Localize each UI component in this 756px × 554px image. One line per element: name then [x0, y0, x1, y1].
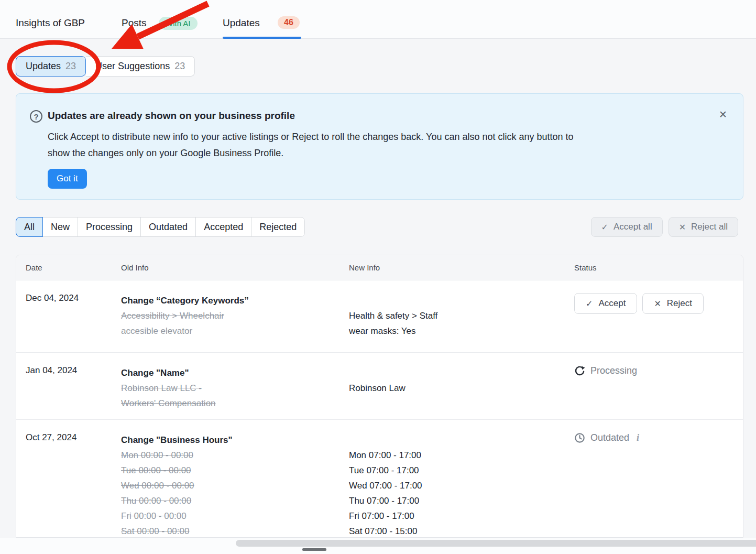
new-info-line: wear masks: Yes	[349, 323, 558, 339]
filter-all[interactable]: All	[16, 217, 43, 237]
subtab-updates-count: 23	[65, 61, 76, 72]
help-circle-icon: ?	[30, 110, 42, 123]
filter-processing[interactable]: Processing	[78, 217, 141, 237]
new-info-line: Wed 07:00 - 17:00	[349, 478, 558, 493]
old-info-line: accesible elevator	[121, 323, 341, 339]
old-info-line: Thu 00:00 - 00:00	[121, 493, 341, 508]
horizontal-scrollbar-thumb[interactable]	[236, 540, 756, 547]
subtab-suggestions-label: User Suggestions	[95, 61, 170, 72]
change-title: Change “Category Keywords”	[121, 293, 341, 308]
gbp-updates-page: Insights of GBP Posts With AI Updates 46…	[0, 0, 756, 554]
new-info-line: Robinson Law	[349, 381, 558, 396]
change-title: Change "Name"	[121, 365, 341, 381]
tab-updates[interactable]: Updates	[223, 17, 260, 29]
new-info-line: Mon 07:00 - 17:00	[349, 448, 558, 463]
subtab-user-suggestions[interactable]: User Suggestions 23	[86, 56, 195, 77]
column-header-status: Status	[574, 255, 597, 280]
accept-label: Accept	[598, 298, 626, 309]
filter-rejected[interactable]: Rejected	[251, 217, 305, 237]
table-header: Date Old Info New Info Status	[16, 255, 743, 280]
row-new-info: Mon 07:00 - 17:00 Tue 07:00 - 17:00 Wed …	[349, 432, 558, 538]
accept-all-button[interactable]: ✓ Accept all	[591, 217, 663, 237]
reject-all-label: Reject all	[691, 222, 728, 232]
change-title: Change "Business Hours"	[121, 432, 341, 448]
column-header-date: Date	[26, 255, 42, 280]
old-info-line: Wed 00:00 - 00:00	[121, 478, 341, 493]
banner-title: Updates are already shown on your busine…	[48, 110, 295, 122]
row-status: Processing	[574, 365, 637, 376]
row-status: ✓ Accept ✕ Reject	[574, 293, 704, 314]
outdated-clock-icon	[574, 432, 585, 443]
subtab-updates[interactable]: Updates 23	[16, 56, 86, 77]
info-icon[interactable]: i	[637, 432, 639, 443]
column-header-new-info: New Info	[349, 255, 380, 280]
tab-insights-of-gbp[interactable]: Insights of GBP	[16, 17, 85, 29]
old-info-line: Tue 00:00 - 00:00	[121, 463, 341, 478]
new-info-line: Fri 07:00 - 17:00	[349, 508, 558, 524]
updates-count-badge: 46	[278, 16, 300, 29]
subtab-switcher: Updates 23 User Suggestions 23	[16, 56, 195, 77]
processing-refresh-icon	[574, 365, 585, 376]
accept-button[interactable]: ✓ Accept	[574, 293, 637, 314]
status-filter-group: All New Processing Outdated Accepted Rej…	[16, 217, 305, 237]
filter-new[interactable]: New	[42, 217, 78, 237]
row-status: Outdated i	[574, 432, 639, 443]
filter-outdated[interactable]: Outdated	[140, 217, 196, 237]
status-label: Outdated	[590, 432, 629, 443]
table-row: Jan 04, 2024 Change "Name" Robinson Law …	[16, 353, 743, 420]
with-ai-badge: With AI	[159, 17, 198, 30]
filter-accepted[interactable]: Accepted	[195, 217, 251, 237]
row-new-info: Robinson Law	[349, 365, 558, 396]
active-tab-underline	[223, 37, 301, 39]
table-row: Oct 27, 2024 Change "Business Hours" Mon…	[16, 420, 743, 538]
row-old-info: Change "Name" Robinson Law LLC - Workers…	[121, 365, 341, 411]
old-info-line: Accessibility > Wheelchair	[121, 308, 341, 323]
bulk-actions: ✓ Accept all ✕ Reject all	[591, 217, 738, 237]
banner-body: Click Accept to distribute new info to y…	[48, 129, 708, 161]
tab-posts[interactable]: Posts	[122, 17, 147, 29]
column-header-old-info: Old Info	[121, 255, 149, 280]
row-date: Jan 04, 2024	[26, 365, 77, 376]
resize-handle[interactable]	[302, 548, 326, 551]
reject-button[interactable]: ✕ Reject	[642, 293, 704, 314]
old-info-line: Robinson Law LLC -	[121, 381, 341, 396]
row-date: Dec 04, 2024	[26, 293, 79, 303]
check-icon: ✓	[586, 299, 593, 309]
old-info-line: Mon 00:00 - 00:00	[121, 448, 341, 463]
check-icon: ✓	[601, 222, 608, 232]
subtab-updates-label: Updates	[26, 61, 61, 72]
table-row: Dec 04, 2024 Change “Category Keywords” …	[16, 280, 743, 353]
got-it-button[interactable]: Got it	[48, 169, 87, 189]
banner-body-line1: Click Accept to distribute new info to y…	[48, 129, 708, 145]
updates-table: Date Old Info New Info Status Dec 04, 20…	[16, 255, 743, 538]
row-date: Oct 27, 2024	[26, 432, 76, 443]
status-label: Processing	[590, 365, 637, 376]
reject-label: Reject	[667, 298, 692, 309]
top-tab-bar: Insights of GBP Posts With AI Updates 46	[0, 0, 756, 39]
banner-close-icon[interactable]: ✕	[719, 108, 727, 121]
new-info-line: Thu 07:00 - 17:00	[349, 493, 558, 508]
new-info-line: Health & safety > Staff	[349, 308, 558, 323]
new-info-line: Tue 07:00 - 17:00	[349, 463, 558, 478]
banner-body-line2: show the changes only on your Google Bus…	[48, 145, 708, 161]
info-banner: ? Updates are already shown on your busi…	[16, 93, 743, 200]
old-info-line: Sat 00:00 - 00:00	[121, 524, 341, 538]
subtab-suggestions-count: 23	[174, 61, 185, 72]
row-new-info: Health & safety > Staff wear masks: Yes	[349, 293, 558, 339]
cross-icon: ✕	[654, 299, 661, 309]
new-info-line: Sat 07:00 - 15:00	[349, 524, 558, 538]
reject-all-button[interactable]: ✕ Reject all	[669, 217, 738, 237]
row-old-info: Change “Category Keywords” Accessibility…	[121, 293, 341, 339]
old-info-line: Fri 00:00 - 00:00	[121, 508, 341, 524]
accept-all-label: Accept all	[613, 222, 652, 232]
row-old-info: Change "Business Hours" Mon 00:00 - 00:0…	[121, 432, 341, 538]
old-info-line: Workers' Compensation	[121, 396, 341, 411]
cross-icon: ✕	[679, 222, 686, 232]
